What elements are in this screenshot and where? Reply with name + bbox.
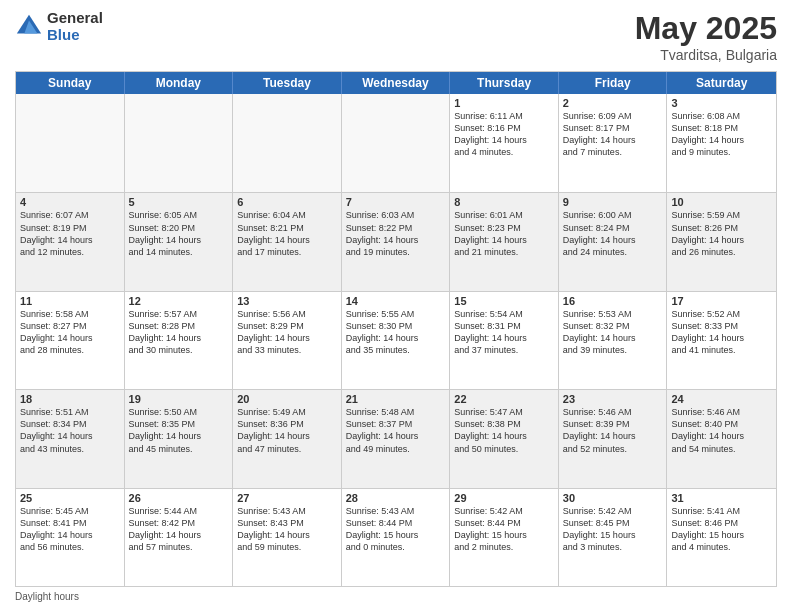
cal-cell: 14Sunrise: 5:55 AM Sunset: 8:30 PM Dayli… [342, 292, 451, 389]
day-number: 22 [454, 393, 554, 405]
day-number: 23 [563, 393, 663, 405]
cell-info: Sunrise: 5:59 AM Sunset: 8:26 PM Dayligh… [671, 210, 744, 256]
day-number: 26 [129, 492, 229, 504]
cal-cell: 3Sunrise: 6:08 AM Sunset: 8:18 PM Daylig… [667, 94, 776, 192]
day-number: 25 [20, 492, 120, 504]
title-month: May 2025 [635, 10, 777, 47]
page: General Blue May 2025 Tvarditsa, Bulgari… [0, 0, 792, 612]
calendar: SundayMondayTuesdayWednesdayThursdayFrid… [15, 71, 777, 587]
cal-cell: 26Sunrise: 5:44 AM Sunset: 8:42 PM Dayli… [125, 489, 234, 586]
day-number: 24 [671, 393, 772, 405]
cal-cell: 7Sunrise: 6:03 AM Sunset: 8:22 PM Daylig… [342, 193, 451, 290]
cell-info: Sunrise: 5:55 AM Sunset: 8:30 PM Dayligh… [346, 309, 419, 355]
cal-cell: 29Sunrise: 5:42 AM Sunset: 8:44 PM Dayli… [450, 489, 559, 586]
day-number: 7 [346, 196, 446, 208]
cal-header-day: Wednesday [342, 72, 451, 94]
cal-cell: 30Sunrise: 5:42 AM Sunset: 8:45 PM Dayli… [559, 489, 668, 586]
day-number: 9 [563, 196, 663, 208]
calendar-body: 1Sunrise: 6:11 AM Sunset: 8:16 PM Daylig… [16, 94, 776, 586]
cell-info: Sunrise: 5:43 AM Sunset: 8:43 PM Dayligh… [237, 506, 310, 552]
cal-cell: 12Sunrise: 5:57 AM Sunset: 8:28 PM Dayli… [125, 292, 234, 389]
logo-blue: Blue [47, 27, 103, 44]
day-number: 16 [563, 295, 663, 307]
footer-note: Daylight hours [15, 591, 777, 602]
cell-info: Sunrise: 5:42 AM Sunset: 8:44 PM Dayligh… [454, 506, 527, 552]
cell-info: Sunrise: 5:42 AM Sunset: 8:45 PM Dayligh… [563, 506, 636, 552]
cal-cell: 13Sunrise: 5:56 AM Sunset: 8:29 PM Dayli… [233, 292, 342, 389]
cell-info: Sunrise: 6:08 AM Sunset: 8:18 PM Dayligh… [671, 111, 744, 157]
header: General Blue May 2025 Tvarditsa, Bulgari… [15, 10, 777, 63]
cal-cell: 17Sunrise: 5:52 AM Sunset: 8:33 PM Dayli… [667, 292, 776, 389]
cell-info: Sunrise: 5:57 AM Sunset: 8:28 PM Dayligh… [129, 309, 202, 355]
cal-cell [125, 94, 234, 192]
cal-header-day: Monday [125, 72, 234, 94]
day-number: 12 [129, 295, 229, 307]
day-number: 17 [671, 295, 772, 307]
day-number: 29 [454, 492, 554, 504]
cal-cell: 22Sunrise: 5:47 AM Sunset: 8:38 PM Dayli… [450, 390, 559, 487]
cal-cell: 10Sunrise: 5:59 AM Sunset: 8:26 PM Dayli… [667, 193, 776, 290]
day-number: 15 [454, 295, 554, 307]
cal-cell: 21Sunrise: 5:48 AM Sunset: 8:37 PM Dayli… [342, 390, 451, 487]
title-block: May 2025 Tvarditsa, Bulgaria [635, 10, 777, 63]
cell-info: Sunrise: 5:43 AM Sunset: 8:44 PM Dayligh… [346, 506, 419, 552]
cal-cell [16, 94, 125, 192]
cal-cell: 4Sunrise: 6:07 AM Sunset: 8:19 PM Daylig… [16, 193, 125, 290]
day-number: 2 [563, 97, 663, 109]
cell-info: Sunrise: 6:05 AM Sunset: 8:20 PM Dayligh… [129, 210, 202, 256]
cal-cell: 15Sunrise: 5:54 AM Sunset: 8:31 PM Dayli… [450, 292, 559, 389]
cell-info: Sunrise: 5:47 AM Sunset: 8:38 PM Dayligh… [454, 407, 527, 453]
cal-cell: 8Sunrise: 6:01 AM Sunset: 8:23 PM Daylig… [450, 193, 559, 290]
cell-info: Sunrise: 5:49 AM Sunset: 8:36 PM Dayligh… [237, 407, 310, 453]
day-number: 4 [20, 196, 120, 208]
cell-info: Sunrise: 5:54 AM Sunset: 8:31 PM Dayligh… [454, 309, 527, 355]
cal-cell: 19Sunrise: 5:50 AM Sunset: 8:35 PM Dayli… [125, 390, 234, 487]
day-number: 14 [346, 295, 446, 307]
cal-cell: 27Sunrise: 5:43 AM Sunset: 8:43 PM Dayli… [233, 489, 342, 586]
cell-info: Sunrise: 6:07 AM Sunset: 8:19 PM Dayligh… [20, 210, 93, 256]
cal-header-day: Thursday [450, 72, 559, 94]
logo-general: General [47, 10, 103, 27]
cal-cell: 5Sunrise: 6:05 AM Sunset: 8:20 PM Daylig… [125, 193, 234, 290]
day-number: 27 [237, 492, 337, 504]
cal-header-day: Friday [559, 72, 668, 94]
title-location: Tvarditsa, Bulgaria [635, 47, 777, 63]
cal-row: 11Sunrise: 5:58 AM Sunset: 8:27 PM Dayli… [16, 291, 776, 389]
day-number: 5 [129, 196, 229, 208]
cal-cell: 24Sunrise: 5:46 AM Sunset: 8:40 PM Dayli… [667, 390, 776, 487]
logo-text: General Blue [47, 10, 103, 43]
day-number: 6 [237, 196, 337, 208]
calendar-header: SundayMondayTuesdayWednesdayThursdayFrid… [16, 72, 776, 94]
cal-cell: 18Sunrise: 5:51 AM Sunset: 8:34 PM Dayli… [16, 390, 125, 487]
cell-info: Sunrise: 5:46 AM Sunset: 8:40 PM Dayligh… [671, 407, 744, 453]
cal-cell: 2Sunrise: 6:09 AM Sunset: 8:17 PM Daylig… [559, 94, 668, 192]
cell-info: Sunrise: 5:56 AM Sunset: 8:29 PM Dayligh… [237, 309, 310, 355]
day-number: 21 [346, 393, 446, 405]
cell-info: Sunrise: 5:58 AM Sunset: 8:27 PM Dayligh… [20, 309, 93, 355]
cell-info: Sunrise: 6:03 AM Sunset: 8:22 PM Dayligh… [346, 210, 419, 256]
day-number: 13 [237, 295, 337, 307]
cell-info: Sunrise: 6:01 AM Sunset: 8:23 PM Dayligh… [454, 210, 527, 256]
day-number: 8 [454, 196, 554, 208]
cell-info: Sunrise: 5:46 AM Sunset: 8:39 PM Dayligh… [563, 407, 636, 453]
cal-row: 1Sunrise: 6:11 AM Sunset: 8:16 PM Daylig… [16, 94, 776, 192]
day-number: 3 [671, 97, 772, 109]
day-number: 19 [129, 393, 229, 405]
cell-info: Sunrise: 5:41 AM Sunset: 8:46 PM Dayligh… [671, 506, 744, 552]
cal-cell: 31Sunrise: 5:41 AM Sunset: 8:46 PM Dayli… [667, 489, 776, 586]
cal-header-day: Sunday [16, 72, 125, 94]
cell-info: Sunrise: 5:51 AM Sunset: 8:34 PM Dayligh… [20, 407, 93, 453]
day-number: 28 [346, 492, 446, 504]
cell-info: Sunrise: 5:45 AM Sunset: 8:41 PM Dayligh… [20, 506, 93, 552]
cal-cell: 6Sunrise: 6:04 AM Sunset: 8:21 PM Daylig… [233, 193, 342, 290]
cal-row: 18Sunrise: 5:51 AM Sunset: 8:34 PM Dayli… [16, 389, 776, 487]
cell-info: Sunrise: 6:09 AM Sunset: 8:17 PM Dayligh… [563, 111, 636, 157]
day-number: 31 [671, 492, 772, 504]
cal-cell: 20Sunrise: 5:49 AM Sunset: 8:36 PM Dayli… [233, 390, 342, 487]
cell-info: Sunrise: 5:52 AM Sunset: 8:33 PM Dayligh… [671, 309, 744, 355]
cal-cell: 25Sunrise: 5:45 AM Sunset: 8:41 PM Dayli… [16, 489, 125, 586]
cal-cell: 28Sunrise: 5:43 AM Sunset: 8:44 PM Dayli… [342, 489, 451, 586]
day-number: 30 [563, 492, 663, 504]
cal-cell [233, 94, 342, 192]
cal-header-day: Saturday [667, 72, 776, 94]
